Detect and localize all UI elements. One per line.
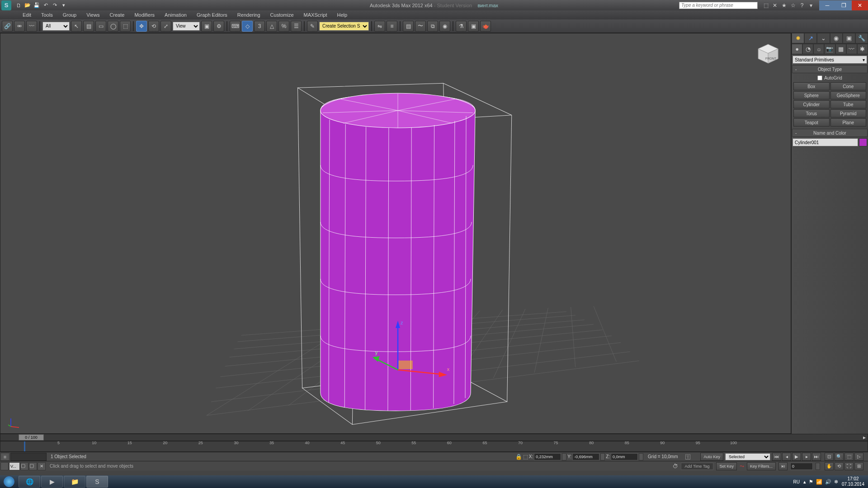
key-filters-button[interactable]: Key Filters... <box>747 462 776 470</box>
pivot-icon[interactable]: ▣ <box>201 21 212 32</box>
help-search-input[interactable] <box>679 2 758 9</box>
next-frame-icon[interactable]: ▸ <box>802 453 811 461</box>
menu-tools[interactable]: Tools <box>37 11 57 19</box>
media-player-task-icon[interactable]: ▶ <box>41 476 63 488</box>
lights-tab-icon[interactable]: ☼ <box>813 44 824 54</box>
time-slider-thumb[interactable]: 0 / 100 <box>19 434 44 441</box>
shapes-tab-icon[interactable]: ◔ <box>802 44 813 54</box>
chrome-task-icon[interactable]: 🌐 <box>19 476 40 488</box>
tray-show-hidden-icon[interactable]: ▴ <box>803 479 806 485</box>
fov-icon[interactable]: ▷ <box>854 453 863 461</box>
keyboard-shortcut-icon[interactable]: ⌨ <box>230 21 241 32</box>
x-spinner[interactable] <box>562 453 566 460</box>
language-indicator[interactable]: RU <box>793 479 799 484</box>
save-icon[interactable]: 💾 <box>33 2 41 9</box>
hierarchy-tab-icon[interactable]: ⌄ <box>817 33 830 43</box>
select-move-icon[interactable]: ✥ <box>136 21 147 32</box>
geometry-category-combo[interactable]: Standard Primitives▾ <box>793 56 867 64</box>
edit-named-sel-icon[interactable]: ☰ <box>291 21 302 32</box>
explorer-task-icon[interactable]: 📁 <box>64 476 85 488</box>
unlink-icon[interactable]: ⚮ <box>14 21 25 32</box>
minimize-button[interactable]: ─ <box>819 0 835 10</box>
isolate-icon[interactable]: ⊡ <box>825 453 834 461</box>
menu-create[interactable]: Create <box>105 11 129 19</box>
mini-track-view[interactable] <box>10 453 47 461</box>
rendered-frame-icon[interactable]: ▣ <box>468 21 479 32</box>
mirror-icon[interactable]: ⇋ <box>374 21 385 32</box>
viewport-canvas[interactable]: z x y <box>2 35 789 432</box>
zoom-all-icon[interactable]: ⬚ <box>844 453 854 461</box>
object-type-rollout-header[interactable]: Object Type <box>792 65 868 73</box>
create-tab-icon[interactable]: ✹ <box>792 33 804 43</box>
menu-maxscript[interactable]: MAXScript <box>299 11 332 19</box>
start-button[interactable] <box>0 475 18 488</box>
ref-coord-combo[interactable]: View <box>173 22 200 31</box>
communication-icon[interactable]: ☆ <box>789 2 797 9</box>
maximize-viewport-icon[interactable]: ⛶ <box>844 462 854 470</box>
box-button[interactable]: Box <box>793 82 830 90</box>
slider-arrow-icon[interactable]: ▸ <box>863 434 868 441</box>
select-circle-icon[interactable]: ◯ <box>108 21 118 32</box>
favorites-icon[interactable]: ★ <box>780 2 788 9</box>
time-config-icon[interactable]: ⏱ <box>673 463 678 469</box>
prompt-max-icon[interactable]: ▢ <box>20 462 28 470</box>
current-frame-field[interactable] <box>790 463 813 470</box>
menu-graph-editors[interactable]: Graph Editors <box>192 11 232 19</box>
link-icon[interactable]: 🔗 <box>2 21 13 32</box>
add-time-tag-button[interactable]: Add Time Tag <box>681 463 714 470</box>
prompt-mini[interactable]: V... <box>9 462 20 470</box>
name-color-rollout-header[interactable]: Name and Color <box>792 129 868 137</box>
goto-start-icon[interactable]: ⏮ <box>772 453 781 461</box>
new-icon[interactable]: 🗋 <box>14 2 23 9</box>
select-scale-icon[interactable]: ⤢ <box>160 21 171 32</box>
sphere-button[interactable]: Sphere <box>793 91 830 99</box>
set-key-hotkey-icon[interactable]: ⤳ <box>740 463 744 469</box>
selection-filter-combo[interactable]: All <box>42 22 70 31</box>
pyramid-button[interactable]: Pyramid <box>830 109 867 117</box>
qat-more-icon[interactable]: ▾ <box>60 2 68 9</box>
geometry-tab-icon[interactable]: ● <box>792 44 802 54</box>
z-field[interactable]: 0,0mm <box>611 453 638 460</box>
prev-frame-icon[interactable]: ◂ <box>782 453 791 461</box>
y-spinner[interactable] <box>600 453 605 460</box>
cylinder-button[interactable]: Cylinder <box>793 100 830 108</box>
teapot-button[interactable]: Teapot <box>793 118 830 127</box>
systems-tab-icon[interactable]: ✱ <box>857 44 868 54</box>
goto-end-icon[interactable]: ⏭ <box>812 453 821 461</box>
key-mode-combo[interactable]: Selected <box>725 453 770 460</box>
mini-listener-icon[interactable] <box>0 462 9 470</box>
named-selection-combo[interactable]: Create Selection Se <box>319 22 369 31</box>
menu-group[interactable]: Group <box>58 11 81 19</box>
prompt-close-icon[interactable]: ✕ <box>38 462 46 470</box>
object-color-swatch[interactable] <box>859 138 867 146</box>
menu-views[interactable]: Views <box>82 11 104 19</box>
select-by-name-icon[interactable]: ▤ <box>83 21 94 32</box>
align-icon[interactable]: ≡ <box>387 21 397 32</box>
key-mode-toggle-icon[interactable]: ⏯ <box>778 462 788 470</box>
y-field[interactable]: -0,696mm <box>572 453 599 460</box>
motion-tab-icon[interactable]: ◉ <box>830 33 843 43</box>
modify-tab-icon[interactable]: ↗ <box>804 33 817 43</box>
perspective-viewport[interactable]: z x y <box>2 35 789 432</box>
geosphere-button[interactable]: GeoSphere <box>830 91 867 99</box>
time-slider-track[interactable]: 0 / 100 ▸ <box>0 434 868 441</box>
angle-snap-icon[interactable]: 3 <box>254 21 265 32</box>
help-dropdown-icon[interactable]: ▾ <box>807 2 815 9</box>
select-object-icon[interactable]: ↖ <box>71 21 82 32</box>
frame-spinner[interactable] <box>816 463 820 470</box>
time-ruler[interactable]: 5101520253035404550556065707580859095100 <box>0 441 868 452</box>
named-sel-create-icon[interactable]: ✎ <box>307 21 318 32</box>
cameras-tab-icon[interactable]: 📷 <box>824 44 835 54</box>
select-rect-icon[interactable]: ▭ <box>95 21 106 32</box>
viewcube[interactable]: FRONT <box>755 42 782 65</box>
spacewarps-tab-icon[interactable]: 〰 <box>846 44 857 54</box>
play-icon[interactable]: ▶ <box>792 453 801 461</box>
bind-spacewarp-icon[interactable]: 〰 <box>26 21 37 32</box>
tray-misc-icon[interactable]: ❄ <box>834 479 838 485</box>
percent-snap-icon[interactable]: △ <box>266 21 277 32</box>
undo-icon[interactable]: ↶ <box>42 2 50 9</box>
manipulate-icon[interactable]: ⚙ <box>213 21 224 32</box>
script-listener-icon[interactable]: ≡ <box>0 453 9 461</box>
render-setup-icon[interactable]: ⚗ <box>456 21 467 32</box>
select-fence-icon[interactable]: ⬚ <box>120 21 131 32</box>
